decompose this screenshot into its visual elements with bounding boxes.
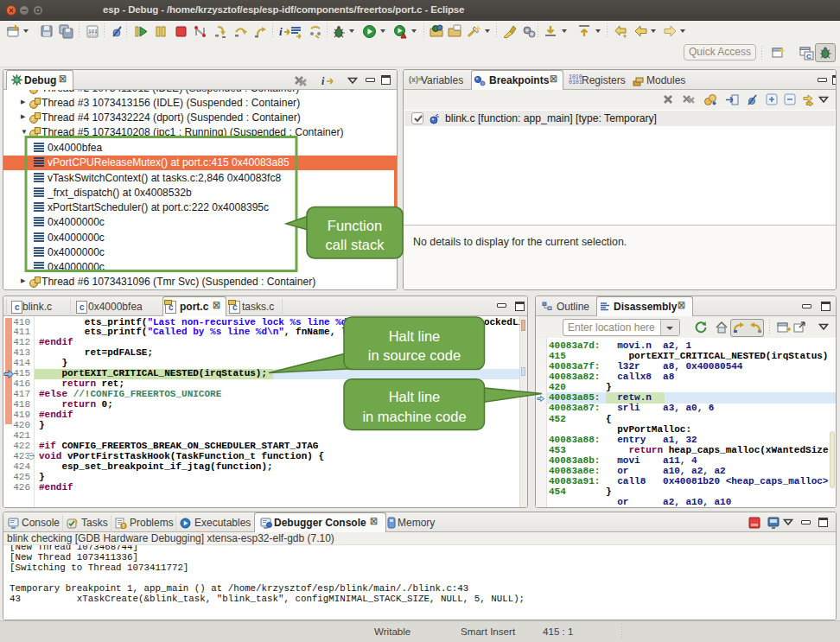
svg-text:Halt line: Halt line bbox=[389, 328, 441, 344]
svg-text:Halt line: Halt line bbox=[389, 389, 441, 404]
svg-text:in source code: in source code bbox=[368, 347, 461, 363]
svg-text:Function: Function bbox=[328, 218, 382, 233]
svg-text:in machine code: in machine code bbox=[362, 409, 466, 424]
svg-text:call stack: call stack bbox=[326, 237, 385, 252]
